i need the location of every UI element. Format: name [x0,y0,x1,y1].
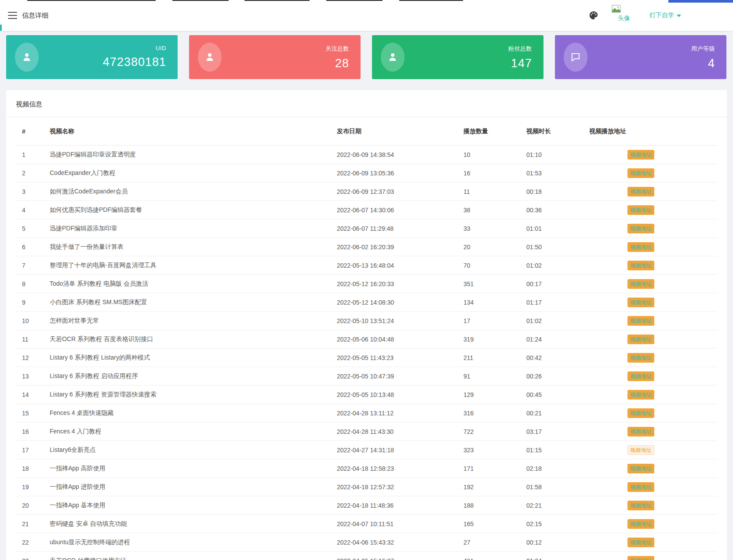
cell-index: 1 [16,145,50,164]
page-title: 信息详细 [22,0,48,31]
cell-publish-date: 2022-05-05 11:43:23 [337,349,463,367]
table-row: 12 Listary 6 系列教程 Listary的两种模式 2022-05-0… [16,349,717,367]
stat-card-label: 粉丝总数 [508,45,532,53]
video-url-button[interactable]: 视频地址 [627,224,654,233]
video-url-button[interactable]: 视频地址 [627,427,654,436]
cell-publish-date: 2022-05-12 14:08:30 [337,293,463,312]
table-row: 14 Listary 6 系列教程 资源管理器快速搜索 2022-05-05 1… [16,385,717,404]
video-url-button[interactable]: 视频地址 [627,538,654,547]
video-url-button[interactable]: 视频地址 [627,390,654,400]
cell-video-name: 怎样面对世事无常 [50,312,337,330]
cell-video-url: 视频地址 [589,201,717,219]
cell-duration: 01:50 [526,238,589,256]
cell-duration: 00:18 [526,182,589,201]
table-row: 3 如何激活CodeExpander会员 2022-06-09 12:37:03… [16,182,717,201]
cell-play-count: 351 [463,275,526,293]
stat-card-icon-wrap [564,43,587,72]
cell-play-count: 10 [463,145,526,164]
video-table: # 视频名称 发布日期 播放数量 视频时长 视频播放地址 1 迅捷PDF编辑器印… [16,117,717,560]
cell-video-url: 视频地址 [589,145,717,164]
cell-duration: 00:36 [526,201,589,219]
cell-video-url: 视频地址 [589,496,717,515]
topbar-right: 头像 灯下自学 [589,0,681,31]
cell-duration: 00:21 [526,404,589,422]
cell-play-count: 91 [463,367,526,385]
table-row: 1 迅捷PDF编辑器印章设置透明度 2022-06-09 14:38:54 10… [16,145,717,164]
table-row: 15 Fences 4 桌面快速隐藏 2022-04-28 13:11:12 3… [16,404,717,422]
video-url-button[interactable]: 视频地址 [627,482,654,492]
cell-index: 6 [16,238,50,256]
video-url-button[interactable]: 视频地址 [627,556,654,560]
video-url-button[interactable]: 视频地址 [627,205,654,215]
cell-video-name: 我徒手做了一份热量计算表 [50,238,337,256]
cell-duration: 03:17 [526,422,589,441]
cell-duration: 02:15 [526,515,589,533]
cell-index: 2 [16,164,50,182]
cell-index: 18 [16,459,50,478]
theme-palette-icon[interactable] [589,11,598,20]
cell-video-url: 视频地址 [589,441,717,459]
cell-video-name: ubuntu显示无控制终端的进程 [50,533,337,552]
stat-card-value: 4 [691,57,715,70]
menu-toggle-icon[interactable] [8,12,17,19]
cell-index: 3 [16,182,50,201]
cell-play-count: 38 [463,201,526,219]
cell-video-name: Listary 6 系列教程 Listary的两种模式 [50,349,337,367]
video-url-button[interactable]: 视频地址 [627,150,654,160]
cell-play-count: 16 [463,164,526,182]
video-url-button[interactable]: 视频地址 [627,408,654,418]
avatar-alt-text: 头像 [618,15,636,22]
video-url-button[interactable]: 视频地址 [627,335,654,344]
sidebar-edge [0,25,2,31]
table-row: 8 Todo清单 系列教程 电脑版 会员激活 2022-05-12 16:20:… [16,275,717,293]
video-url-button[interactable]: 视频地址 [627,371,654,381]
video-url-button[interactable]: 视频地址 [627,261,654,270]
cell-video-url: 视频地址 [589,182,717,201]
cell-video-url: 视频地址 [589,404,717,422]
cell-index: 22 [16,533,50,552]
stat-card-label: 关注总数 [325,45,349,53]
cell-duration: 00:26 [526,367,589,385]
cell-play-count: 20 [463,238,526,256]
cell-publish-date: 2022-05-13 16:48:04 [337,256,463,275]
table-row: 13 Listary 6 系列教程 启动应用程序 2022-05-05 10:4… [16,367,717,385]
video-url-button[interactable]: 视频地址 [627,242,654,252]
cell-video-url: 视频地址 [589,312,717,330]
video-url-button[interactable]: 视频地址 [627,353,654,363]
video-url-button[interactable]: 视频地址 [627,187,654,196]
cell-play-count: 70 [463,256,526,275]
video-url-button[interactable]: 视频地址 [627,464,654,473]
user-menu[interactable]: 灯下自学 [649,11,681,19]
video-url-button[interactable]: 视频地址 [627,298,654,307]
video-url-button[interactable]: 视频地址 [627,316,654,326]
cell-video-name: 小白图床 系列教程 SM.MS图床配置 [50,293,337,312]
cell-publish-date: 2022-04-27 14:31:18 [337,441,463,459]
cell-video-name: 密码键盘 安卓 自动填充功能 [50,515,337,533]
cell-play-count: 319 [463,330,526,349]
cell-publish-date: 2022-05-12 16:20:33 [337,275,463,293]
cell-video-url: 视频地址 [589,293,717,312]
stat-card-value: 472380181 [103,55,166,69]
cell-video-name: 天若OCR 系列教程 百度表格识别接口 [50,330,337,349]
video-url-button[interactable]: 视频地址 [627,445,654,455]
avatar[interactable]: 头像 [612,5,636,22]
cell-video-name: Fences 4 桌面快速隐藏 [50,404,337,422]
stat-card: 关注总数 28 [189,35,361,79]
cell-video-url: 视频地址 [589,256,717,275]
cell-duration: 00:42 [526,349,589,367]
video-url-button[interactable]: 视频地址 [627,519,654,529]
cell-index: 13 [16,367,50,385]
video-url-button[interactable]: 视频地址 [627,168,654,178]
cell-video-url: 视频地址 [589,478,717,496]
cell-play-count: 33 [463,219,526,238]
stat-card: UID 472380181 [6,35,178,79]
user-icon [204,51,215,63]
cell-duration: 01:24 [526,330,589,349]
video-url-button[interactable]: 视频地址 [627,501,654,510]
cell-video-url: 视频地址 [589,515,717,533]
cell-play-count: 323 [463,441,526,459]
video-url-button[interactable]: 视频地址 [627,279,654,289]
cell-play-count: 192 [463,478,526,496]
cell-publish-date: 2022-04-18 12:57:32 [337,478,463,496]
table-row: 5 迅捷PDF编辑器添加印章 2022-06-07 11:29:48 33 01… [16,219,717,238]
